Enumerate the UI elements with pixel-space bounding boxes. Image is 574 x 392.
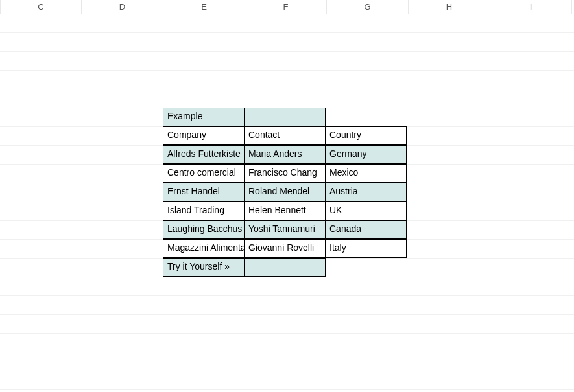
cell[interactable]	[0, 259, 82, 277]
cell[interactable]	[82, 183, 163, 202]
cell[interactable]	[245, 52, 327, 71]
cell-country[interactable]: Italy	[325, 239, 407, 258]
cell[interactable]	[244, 108, 326, 126]
cell[interactable]	[488, 202, 570, 221]
cell[interactable]	[489, 108, 571, 127]
cell[interactable]	[0, 127, 82, 146]
cell-country[interactable]: Austria	[325, 183, 407, 202]
cell[interactable]	[490, 14, 572, 33]
cell[interactable]	[82, 89, 163, 108]
cell[interactable]	[82, 165, 163, 183]
cell[interactable]	[326, 259, 407, 277]
cell-company[interactable]: Magazzini Alimentari	[163, 239, 245, 258]
cell[interactable]	[0, 202, 82, 221]
cell[interactable]	[245, 352, 327, 371]
cell-country[interactable]: UK	[325, 202, 407, 220]
cell[interactable]	[0, 108, 82, 127]
cell[interactable]	[327, 89, 409, 108]
cell[interactable]	[327, 277, 409, 296]
cell[interactable]	[407, 202, 488, 221]
cell[interactable]	[326, 108, 407, 127]
cell[interactable]	[409, 33, 490, 52]
cell[interactable]	[409, 52, 490, 71]
cell[interactable]	[488, 240, 570, 259]
cell[interactable]	[490, 89, 572, 108]
cell[interactable]	[0, 296, 82, 315]
cell[interactable]	[82, 334, 163, 352]
cell[interactable]	[82, 14, 163, 33]
col-header-f[interactable]: F	[245, 0, 327, 14]
col-header-c[interactable]: C	[0, 0, 82, 14]
cell[interactable]	[407, 108, 489, 127]
cell[interactable]	[245, 315, 327, 334]
cell[interactable]	[163, 33, 245, 52]
cell[interactable]	[82, 296, 163, 315]
cell[interactable]	[490, 71, 572, 89]
cell[interactable]	[327, 352, 409, 371]
cell[interactable]	[0, 33, 82, 52]
cell[interactable]	[409, 315, 490, 334]
cell[interactable]	[163, 371, 245, 390]
cell-try-it-yourself[interactable]: Try it Yourself »	[163, 258, 245, 277]
cell[interactable]	[82, 71, 163, 89]
cell-contact[interactable]: Helen Bennett	[244, 202, 326, 220]
cell[interactable]	[0, 183, 82, 202]
cell[interactable]	[163, 52, 245, 71]
cell[interactable]	[409, 296, 490, 315]
cell[interactable]	[490, 277, 572, 296]
cell[interactable]	[163, 89, 245, 108]
cell[interactable]	[409, 89, 490, 108]
cell[interactable]	[245, 14, 327, 33]
cell[interactable]	[327, 52, 409, 71]
cell[interactable]	[488, 146, 570, 165]
cell[interactable]	[488, 221, 570, 240]
cell[interactable]	[82, 33, 163, 52]
cell[interactable]	[82, 240, 163, 259]
cell[interactable]	[0, 165, 82, 183]
cell[interactable]	[488, 183, 570, 202]
col-header-d[interactable]: D	[82, 0, 163, 14]
cell[interactable]	[409, 371, 490, 390]
cell[interactable]	[245, 296, 327, 315]
cell[interactable]	[82, 108, 163, 127]
cell[interactable]	[407, 146, 488, 165]
cell[interactable]	[0, 371, 82, 390]
cell[interactable]	[407, 183, 488, 202]
cell[interactable]	[488, 127, 570, 146]
cell[interactable]	[82, 352, 163, 371]
cell[interactable]	[490, 371, 572, 390]
cell[interactable]	[327, 315, 409, 334]
cell[interactable]	[82, 259, 163, 277]
cell[interactable]	[82, 127, 163, 146]
cell[interactable]	[244, 258, 326, 277]
cell[interactable]	[163, 352, 245, 371]
cell-country[interactable]: Mexico	[325, 164, 407, 183]
cell-company[interactable]: Centro comercial	[163, 164, 245, 183]
cell[interactable]	[82, 146, 163, 165]
cell-company[interactable]: Alfreds Futterkiste	[163, 145, 245, 164]
cell[interactable]	[163, 334, 245, 352]
spreadsheet-grid[interactable]: C D E F G H I	[0, 0, 574, 392]
cell[interactable]	[0, 277, 82, 296]
cell[interactable]	[489, 259, 571, 277]
cell-company[interactable]: Ernst Handel	[163, 183, 245, 202]
cell[interactable]	[409, 334, 490, 352]
cell[interactable]	[82, 315, 163, 334]
cell[interactable]	[327, 296, 409, 315]
cell[interactable]	[163, 296, 245, 315]
cell[interactable]	[245, 33, 327, 52]
cell[interactable]	[407, 259, 489, 277]
cell[interactable]	[490, 296, 572, 315]
cell[interactable]	[0, 146, 82, 165]
cell[interactable]	[82, 277, 163, 296]
cell-example-title[interactable]: Example	[163, 108, 245, 126]
cell-company[interactable]: Island Trading	[163, 202, 245, 220]
col-header-g[interactable]: G	[327, 0, 409, 14]
cell[interactable]	[490, 52, 572, 71]
cell[interactable]	[409, 277, 490, 296]
cell[interactable]	[82, 371, 163, 390]
col-header-h[interactable]: H	[409, 0, 490, 14]
cell[interactable]	[245, 71, 327, 89]
cell[interactable]	[0, 240, 82, 259]
cell[interactable]	[82, 202, 163, 221]
